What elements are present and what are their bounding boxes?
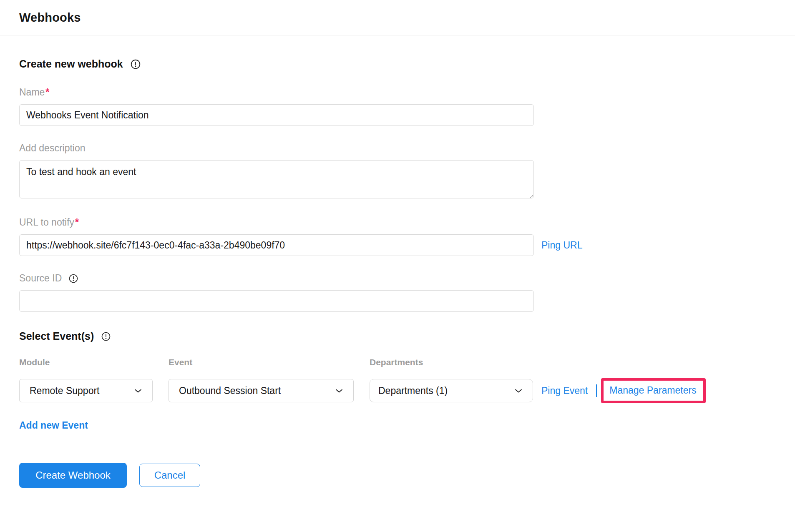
departments-column-label: Departments [370,357,533,367]
module-column-label: Module [19,357,153,367]
departments-select-value: Departments (1) [378,385,448,396]
ping-event-link[interactable]: Ping Event [541,385,588,396]
create-webhook-button[interactable]: Create Webhook [19,463,127,488]
chevron-down-icon [513,386,523,396]
name-field: Name* [19,87,776,126]
add-new-event-link[interactable]: Add new Event [19,420,88,431]
module-select-value: Remote Support [30,385,99,396]
required-marker: * [75,217,79,228]
form-heading-row: Create new webhook [19,58,776,70]
departments-select[interactable]: Departments (1) [370,379,533,402]
description-label: Add description [19,143,776,154]
events-grid: Module Event Departments Remote Support … [19,357,776,403]
event-column-label: Event [169,357,354,367]
description-textarea[interactable]: To test and hook an event [19,160,534,198]
chevron-down-icon [334,386,344,396]
source-id-field: Source ID [19,273,776,312]
event-select[interactable]: Outbound Session Start [169,379,354,402]
page-header: Webhooks [0,0,795,35]
source-id-label: Source ID [19,273,776,284]
chevron-down-icon [133,386,143,396]
create-webhook-form: Create new webhook Name* Add description… [0,35,795,488]
event-select-value: Outbound Session Start [179,385,281,396]
page-title: Webhooks [19,11,81,25]
url-field: URL to notify* Ping URL [19,217,776,256]
cancel-button[interactable]: Cancel [139,464,200,487]
required-marker: * [45,87,49,98]
info-icon[interactable] [68,274,78,284]
module-select[interactable]: Remote Support [19,379,153,402]
name-input[interactable] [19,104,534,126]
add-event-row: Add new Event [19,420,776,431]
form-heading: Create new webhook [19,58,123,70]
source-id-input[interactable] [19,290,534,312]
description-field: Add description To test and hook an even… [19,143,776,200]
url-row: Ping URL [19,234,776,256]
form-actions: Create Webhook Cancel [19,463,776,488]
annotation-highlight-box: Manage Parameters [601,378,705,403]
events-heading-row: Select Event(s) [19,330,776,342]
url-input[interactable] [19,234,534,256]
events-heading: Select Event(s) [19,330,94,342]
ping-url-link[interactable]: Ping URL [541,240,582,251]
manage-parameters-link[interactable]: Manage Parameters [609,385,696,396]
vertical-divider [596,384,597,397]
info-icon[interactable] [130,59,141,70]
events-section: Select Event(s) Module Event Departments… [19,330,776,431]
event-actions: Ping Event Manage Parameters [541,378,776,403]
url-label: URL to notify* [19,217,776,228]
name-label: Name* [19,87,776,98]
info-icon[interactable] [101,331,111,341]
